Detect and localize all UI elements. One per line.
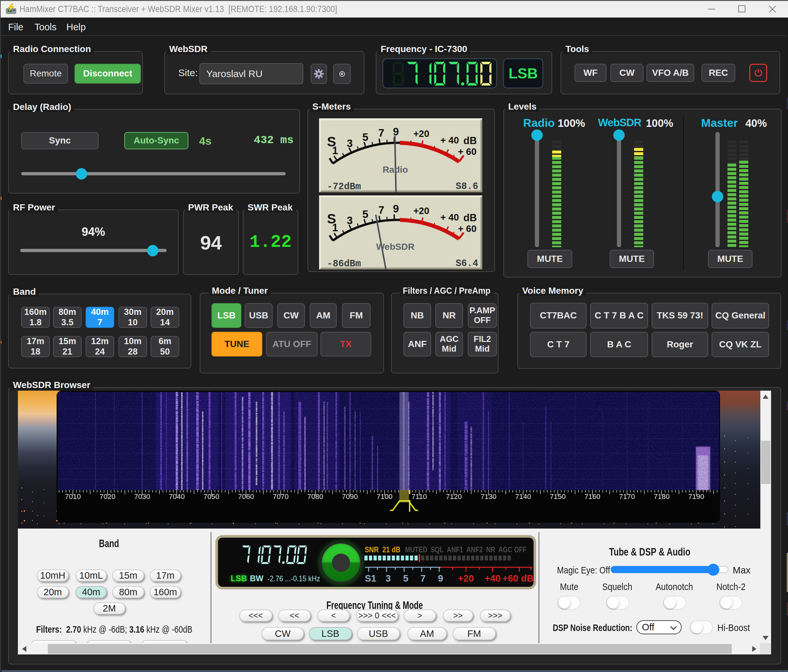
svg-text:7140: 7140 bbox=[515, 492, 531, 500]
svg-text:WebSDR: WebSDR bbox=[376, 241, 415, 252]
svg-text:3: 3 bbox=[347, 214, 353, 226]
svg-text:+ 40: + 40 bbox=[440, 135, 459, 145]
svg-text:7180: 7180 bbox=[654, 492, 670, 500]
svg-text:7010: 7010 bbox=[65, 492, 81, 500]
svg-text:7110: 7110 bbox=[411, 492, 427, 500]
svg-text:-72dBm: -72dBm bbox=[327, 181, 361, 192]
svg-text:S8.6: S8.6 bbox=[456, 181, 478, 192]
svg-text:7100: 7100 bbox=[377, 492, 393, 500]
svg-text:9: 9 bbox=[438, 573, 443, 583]
svg-text:5: 5 bbox=[403, 573, 408, 583]
svg-text:5: 5 bbox=[362, 208, 368, 220]
svg-text:7040: 7040 bbox=[169, 492, 185, 500]
svg-text:7030: 7030 bbox=[134, 492, 150, 500]
svg-text:7120: 7120 bbox=[446, 492, 462, 500]
svg-text:+ 40: + 40 bbox=[440, 212, 459, 222]
svg-text:S1: S1 bbox=[365, 573, 376, 583]
svg-text:+ 60: + 60 bbox=[458, 224, 476, 234]
svg-text:+60 dB: +60 dB bbox=[502, 573, 534, 583]
svg-text:7150: 7150 bbox=[550, 492, 566, 500]
svg-text:+ 60: + 60 bbox=[458, 146, 476, 157]
svg-text:9: 9 bbox=[393, 126, 399, 138]
svg-text:7170: 7170 bbox=[619, 492, 635, 500]
svg-text:S6.4: S6.4 bbox=[456, 258, 478, 269]
svg-text:7070: 7070 bbox=[273, 492, 289, 500]
svg-text:3: 3 bbox=[386, 573, 391, 583]
svg-text:+20: +20 bbox=[413, 129, 429, 139]
svg-text:7060: 7060 bbox=[238, 492, 254, 500]
svg-text:+40: +40 bbox=[485, 573, 500, 583]
svg-text:9: 9 bbox=[393, 203, 399, 214]
svg-text:7190: 7190 bbox=[688, 492, 704, 500]
svg-text:7160: 7160 bbox=[584, 492, 600, 500]
svg-text:7: 7 bbox=[378, 204, 384, 216]
svg-text:1: 1 bbox=[332, 221, 338, 234]
svg-text:dB: dB bbox=[463, 212, 477, 224]
svg-text:7080: 7080 bbox=[307, 492, 323, 500]
svg-text:7050: 7050 bbox=[203, 492, 219, 500]
svg-text:+20: +20 bbox=[413, 206, 429, 216]
svg-text:7020: 7020 bbox=[100, 492, 116, 500]
svg-text:7090: 7090 bbox=[342, 492, 358, 500]
svg-text:7130: 7130 bbox=[481, 492, 496, 500]
svg-text:-86dBm: -86dBm bbox=[327, 259, 361, 269]
svg-text:7: 7 bbox=[378, 127, 384, 139]
svg-text:7: 7 bbox=[420, 573, 426, 583]
svg-text:1: 1 bbox=[332, 145, 338, 156]
svg-text:Radio: Radio bbox=[383, 165, 408, 175]
svg-text:3: 3 bbox=[347, 137, 353, 149]
svg-text:dB: dB bbox=[463, 135, 477, 146]
svg-text:5: 5 bbox=[362, 131, 368, 143]
svg-text:+20: +20 bbox=[458, 573, 474, 583]
